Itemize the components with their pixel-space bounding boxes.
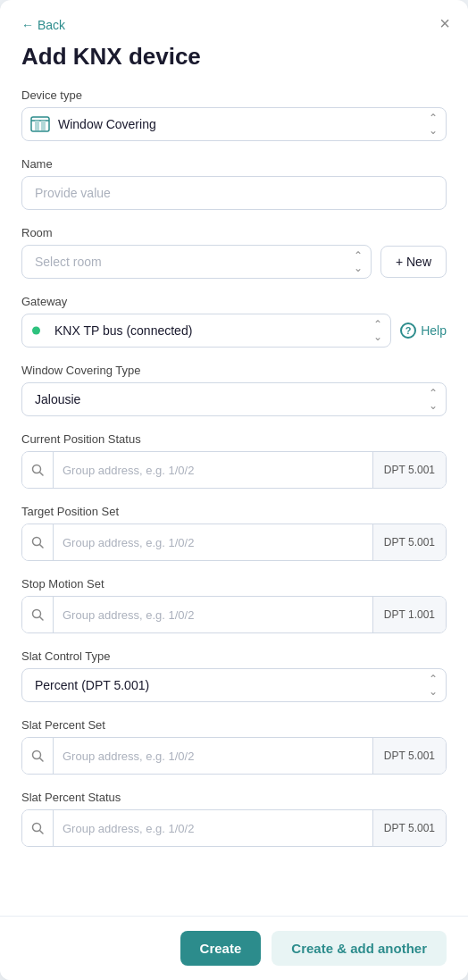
stop-motion-set-input-group: DPT 1.001 (21, 596, 447, 633)
slat-percent-set-field: Slat Percent Set DPT 5.001 (21, 718, 447, 775)
stop-motion-dpt-badge: DPT 1.001 (372, 597, 446, 632)
target-position-set-label: Target Position Set (21, 505, 447, 518)
device-type-select-wrapper: Window Covering ⌃⌄ (21, 107, 447, 141)
window-covering-type-label: Window Covering Type (21, 364, 447, 377)
gateway-label: Gateway (21, 295, 447, 308)
form-content: Device type Window Covering ⌃⌄ Name (0, 88, 468, 847)
svg-line-13 (40, 831, 44, 834)
svg-line-11 (40, 758, 44, 762)
svg-line-5 (40, 473, 44, 476)
stop-motion-set-label: Stop Motion Set (21, 577, 447, 591)
slat-control-type-label: Slat Control Type (21, 649, 447, 663)
current-position-status-input[interactable] (54, 455, 372, 486)
slat-percent-set-dpt-badge: DPT 5.001 (372, 738, 446, 774)
room-select-wrapper: Select room ⌃⌄ (21, 245, 372, 279)
create-button[interactable]: Create (180, 931, 262, 966)
current-position-status-input-group: DPT 5.001 (21, 451, 447, 489)
device-type-label: Device type (21, 88, 447, 102)
gateway-field: Gateway KNX TP bus (connected) ⌃⌄ ? Help (21, 295, 447, 348)
stop-motion-set-input[interactable] (54, 599, 372, 631)
room-label: Room (21, 226, 447, 239)
room-select[interactable]: Select room (21, 245, 372, 279)
current-position-status-field: Current Position Status DPT 5.001 (21, 432, 447, 489)
stop-motion-search-icon[interactable] (22, 597, 54, 632)
create-add-another-button[interactable]: Create & add another (272, 931, 447, 966)
close-button[interactable]: × (439, 14, 450, 32)
add-knx-device-panel: × ← Back Add KNX device Device type Wind… (0, 0, 468, 980)
svg-rect-2 (35, 121, 39, 130)
stop-motion-set-field: Stop Motion Set DPT 1.001 (21, 577, 447, 633)
slat-percent-set-label: Slat Percent Set (21, 718, 447, 732)
target-position-set-input-group: DPT 5.001 (21, 524, 447, 561)
slat-percent-status-dpt-badge: DPT 5.001 (372, 810, 446, 846)
back-button[interactable]: ← Back (0, 0, 87, 39)
slat-control-type-field: Slat Control Type Percent (DPT 5.001) ⌃⌄ (21, 649, 447, 702)
window-covering-type-select[interactable]: Jalousie (21, 382, 447, 416)
slat-percent-set-search-icon[interactable] (22, 738, 54, 774)
name-field: Name (21, 157, 447, 210)
svg-rect-0 (31, 117, 49, 131)
page-title: Add KNX device (0, 39, 468, 88)
current-position-dpt-badge: DPT 5.001 (372, 452, 446, 488)
target-position-dpt-badge: DPT 5.001 (372, 524, 446, 560)
slat-control-type-select-wrapper: Percent (DPT 5.001) ⌃⌄ (21, 668, 447, 702)
gateway-select[interactable]: KNX TP bus (connected) (21, 314, 391, 348)
slat-control-type-select[interactable]: Percent (DPT 5.001) (21, 668, 447, 702)
svg-rect-3 (41, 121, 46, 130)
new-room-button[interactable]: + New (380, 246, 447, 278)
window-covering-type-field: Window Covering Type Jalousie ⌃⌄ (21, 364, 447, 416)
svg-line-9 (40, 617, 44, 621)
target-position-set-input[interactable] (54, 527, 372, 558)
device-type-icon (30, 116, 50, 132)
target-position-set-field: Target Position Set DPT 5.001 (21, 505, 447, 561)
device-type-field: Device type Window Covering ⌃⌄ (21, 88, 447, 141)
slat-percent-status-input-group: DPT 5.001 (21, 809, 447, 847)
name-label: Name (21, 157, 447, 171)
help-button[interactable]: ? Help (400, 322, 447, 339)
help-circle-icon: ? (400, 322, 416, 339)
current-position-search-icon[interactable] (22, 452, 54, 488)
gateway-row: KNX TP bus (connected) ⌃⌄ ? Help (21, 314, 447, 348)
slat-percent-status-search-icon[interactable] (22, 810, 54, 846)
room-field: Room Select room ⌃⌄ + New (21, 226, 447, 279)
name-input[interactable] (21, 176, 447, 210)
current-position-status-label: Current Position Status (21, 432, 447, 446)
slat-percent-status-input[interactable] (54, 813, 372, 844)
slat-percent-status-label: Slat Percent Status (21, 791, 447, 804)
target-position-search-icon[interactable] (22, 524, 54, 560)
device-type-select[interactable]: Window Covering (21, 107, 447, 141)
slat-percent-set-input-group: DPT 5.001 (21, 737, 447, 775)
svg-line-7 (40, 545, 44, 549)
slat-percent-set-input[interactable] (54, 741, 372, 772)
gateway-connected-indicator (32, 327, 40, 335)
footer-buttons: Create Create & add another (0, 916, 468, 980)
gateway-select-wrapper: KNX TP bus (connected) ⌃⌄ (21, 314, 391, 348)
slat-percent-status-field: Slat Percent Status DPT 5.001 (21, 791, 447, 847)
room-row: Select room ⌃⌄ + New (21, 245, 447, 279)
window-covering-type-select-wrapper: Jalousie ⌃⌄ (21, 382, 447, 416)
help-label: Help (421, 323, 447, 338)
